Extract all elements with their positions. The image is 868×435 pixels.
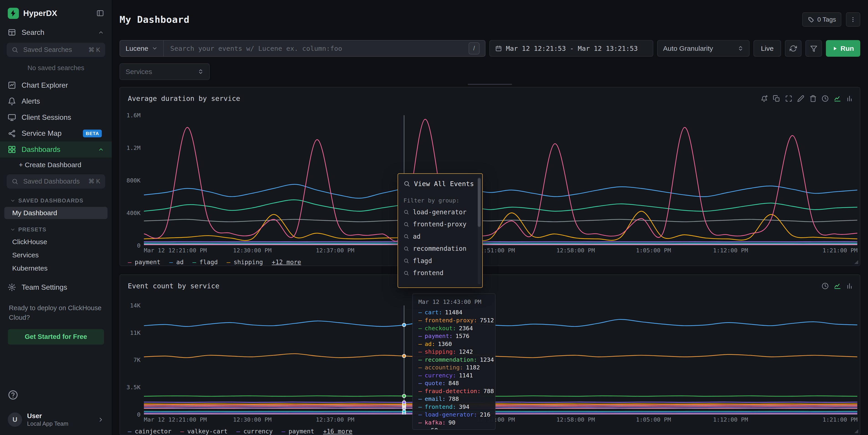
series-color-dash: — xyxy=(418,348,422,356)
preset-services[interactable]: Services xyxy=(4,249,107,261)
series-line-quote xyxy=(144,408,858,408)
crosshair-dot xyxy=(402,354,406,358)
duplicate-icon[interactable] xyxy=(773,95,780,102)
granularity-select[interactable]: Auto Granularity xyxy=(657,40,750,57)
legend-item[interactable]: —flagd xyxy=(192,258,218,266)
saved-dashboards-section-header[interactable]: SAVED DASHBOARDS xyxy=(0,195,112,206)
saved-dashboard-my-dashboard[interactable]: My Dashboard xyxy=(4,207,107,219)
y-axis-label: 7K xyxy=(133,356,141,363)
chart-plot-area[interactable]: 03.5K7K11K14K xyxy=(144,305,858,414)
popup-filter-item[interactable]: frontend xyxy=(398,267,482,279)
bar-chart-toggle-icon[interactable] xyxy=(846,282,853,290)
filter-button[interactable] xyxy=(805,40,822,57)
legend-item[interactable]: —payment xyxy=(282,428,314,435)
sidebar-item-service-map[interactable]: Service Map BETA xyxy=(0,125,112,142)
maximize-icon[interactable] xyxy=(785,95,793,102)
tags-button[interactable]: 0 Tags xyxy=(802,12,841,27)
sidebar-item-chart-explorer[interactable]: Chart Explorer xyxy=(0,77,112,93)
series-value: 848 xyxy=(448,379,459,387)
saved-dashboards-input[interactable] xyxy=(22,177,85,186)
tooltip-series-row: —ad:1360 xyxy=(418,340,489,348)
edit-icon[interactable] xyxy=(797,95,804,102)
preset-kubernetes[interactable]: Kubernetes xyxy=(4,262,107,274)
popup-filter-item[interactable]: flagd xyxy=(398,255,482,267)
popup-filter-item[interactable]: frontend-proxy xyxy=(398,218,482,230)
series-color-dash: — xyxy=(418,387,422,395)
user-menu[interactable]: U User Local App Team xyxy=(0,406,112,435)
run-label: Run xyxy=(840,44,854,52)
popup-filter-item[interactable]: load-generator xyxy=(398,206,482,218)
add-alert-icon[interactable] xyxy=(761,95,768,102)
search-icon xyxy=(403,222,409,227)
series-color-dash: — xyxy=(180,428,184,435)
legend-item[interactable]: —shipping xyxy=(226,258,263,266)
panel-resize-handle[interactable] xyxy=(854,260,858,264)
series-color-dash: — xyxy=(418,411,422,418)
delete-icon[interactable] xyxy=(809,95,817,102)
sidebar-item-dashboards[interactable]: Dashboards xyxy=(0,142,112,158)
series-name: : xyxy=(425,426,428,430)
series-line-frontend-proxy xyxy=(144,354,858,358)
legend-item[interactable]: —valkey-cart xyxy=(180,428,228,435)
saved-searches-input[interactable] xyxy=(22,45,85,54)
x-axis-label: 12:37:00 PM xyxy=(316,247,354,254)
series-line-shipping xyxy=(144,211,858,241)
sidebar-item-label: Alerts xyxy=(22,97,40,105)
sidebar-section-search[interactable]: Search xyxy=(0,24,112,40)
series-value: 788 xyxy=(484,387,494,395)
line-chart-toggle-icon[interactable] xyxy=(834,95,841,102)
legend-label: currency xyxy=(243,428,273,435)
panel-drag-handle[interactable] xyxy=(468,84,512,85)
dots-vertical-icon xyxy=(850,17,856,23)
popup-filter-item[interactable]: recommendation xyxy=(398,243,482,255)
bar-chart-toggle-icon[interactable] xyxy=(846,95,853,102)
help-icon[interactable] xyxy=(8,390,19,401)
legend-item[interactable]: —ad xyxy=(169,258,184,266)
live-button[interactable]: Live xyxy=(753,40,781,57)
date-range-picker[interactable]: Mar 12 12:21:53 - Mar 12 13:21:53 xyxy=(489,40,653,57)
line-chart-toggle-icon[interactable] xyxy=(834,282,841,290)
sidebar-collapse-icon[interactable] xyxy=(96,9,104,17)
preset-clickhouse[interactable]: ClickHouse xyxy=(4,236,107,248)
legend-item[interactable]: —payment xyxy=(128,258,160,266)
popup-scrollbar[interactable] xyxy=(478,177,480,284)
legend-label: payment xyxy=(288,428,314,435)
legend-item[interactable]: —cainjector xyxy=(128,428,172,435)
presets-section-header[interactable]: PRESETS xyxy=(0,224,112,235)
run-button[interactable]: Run xyxy=(826,40,860,57)
create-dashboard-button[interactable]: + Create Dashboard xyxy=(0,158,112,172)
get-started-button[interactable]: Get Started for Free xyxy=(8,329,104,345)
refresh-button[interactable] xyxy=(785,40,802,57)
sidebar-section-label: Search xyxy=(22,28,44,37)
saved-searches-search[interactable]: ⌘ K xyxy=(7,42,105,57)
services-filter-select[interactable]: Services xyxy=(120,63,210,80)
time-icon[interactable] xyxy=(822,95,829,102)
sidebar-item-team-settings[interactable]: Team Settings xyxy=(0,279,112,296)
legend-more-link[interactable]: +16 more xyxy=(323,428,352,435)
popup-scrollbar-thumb[interactable] xyxy=(478,178,480,227)
view-all-events-item[interactable]: View All Events xyxy=(398,174,482,190)
time-icon[interactable] xyxy=(822,282,829,290)
sidebar-item-label: Team Settings xyxy=(22,283,67,291)
sidebar-item-alerts[interactable]: Alerts xyxy=(0,93,112,110)
tooltip-series-row: —currency:1141 xyxy=(418,371,489,379)
sidebar-item-client-sessions[interactable]: Client Sessions xyxy=(0,109,112,125)
tooltip-series-row: —fraud-detection:788 xyxy=(418,387,489,395)
legend-more-link[interactable]: +12 more xyxy=(272,258,301,266)
popup-filter-item[interactable]: ad xyxy=(398,230,482,243)
series-color-dash: — xyxy=(418,426,422,430)
legend-item[interactable]: —currency xyxy=(236,428,273,435)
saved-dashboards-search[interactable]: ⌘ K xyxy=(7,174,105,189)
panel-resize-handle[interactable] xyxy=(854,429,858,433)
chart-plot-area[interactable]: 0400K800K1.2M1.6M xyxy=(144,115,858,245)
series-name: accounting: xyxy=(425,364,463,371)
hyperdx-app: HyperDX Search ⌘ K No saved searches Cha… xyxy=(0,0,868,435)
y-axis-label: 1.2M xyxy=(127,145,141,151)
tooltip-series-row: —frontend:394 xyxy=(418,403,489,411)
dashboard-menu-button[interactable] xyxy=(846,12,860,27)
query-language-select[interactable]: Lucene xyxy=(120,40,164,56)
tag-icon xyxy=(808,17,814,23)
event-search-input[interactable] xyxy=(169,44,464,53)
user-team: Local App Team xyxy=(27,420,92,428)
tooltip-timestamp: Mar 12 12:43:00 PM xyxy=(418,298,489,305)
